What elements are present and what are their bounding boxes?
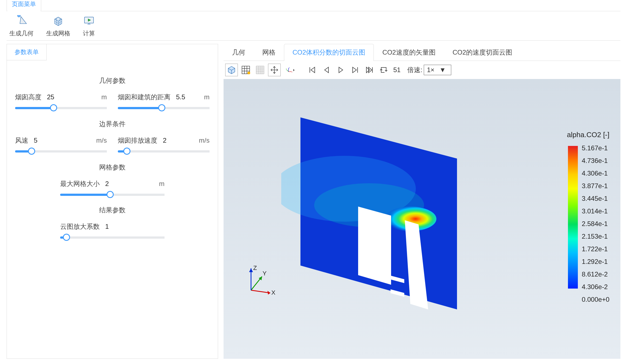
max-mesh-unit: m: [159, 180, 165, 188]
step-forward-icon[interactable]: [349, 64, 361, 76]
orientation-triad-icon: X Y Z: [243, 266, 276, 298]
legend-colorbar: [568, 146, 578, 289]
max-mesh-value: 2: [105, 180, 109, 188]
legend-tick: 3.877e-1: [582, 182, 609, 190]
svg-line-15: [251, 290, 270, 293]
legend-tick: 5.167e-1: [582, 144, 609, 152]
generate-geometry-button[interactable]: 生成几何: [9, 15, 34, 38]
svg-text:Y: Y: [263, 270, 267, 277]
calculate-button[interactable]: 计算: [83, 15, 95, 38]
tab-mesh[interactable]: 网格: [254, 44, 284, 61]
tab-co2-velocity-vector[interactable]: CO2速度的矢量图: [374, 44, 444, 61]
zoom-factor-label: 云图放大系数: [60, 222, 100, 231]
svg-text:x: x: [291, 71, 292, 73]
zoom-factor-slider[interactable]: [60, 234, 165, 240]
generate-mesh-button[interactable]: 生成网格: [46, 15, 70, 38]
chimney-height-value: 25: [47, 93, 54, 101]
svg-marker-22: [249, 268, 253, 272]
svg-text:z: z: [289, 67, 290, 69]
pan-icon[interactable]: [268, 64, 281, 76]
svg-text:Z: Z: [253, 266, 257, 271]
frame-number: 51: [392, 66, 402, 74]
step-back-icon[interactable]: [320, 64, 333, 76]
viewer-toolbar: xyz: [224, 61, 620, 79]
calculate-label: 计算: [83, 29, 95, 38]
scene-slice-plot: [281, 112, 479, 337]
chimney-height-label: 烟囱高度: [15, 93, 41, 101]
svg-text:X: X: [271, 289, 275, 296]
grid-light-icon[interactable]: [254, 64, 266, 76]
wind-speed-unit: m/s: [96, 137, 107, 144]
droplet-cone-icon: [15, 15, 27, 27]
legend-tick: 3.014e-1: [582, 207, 609, 215]
play-icon[interactable]: [335, 64, 347, 76]
legend-tick: 4.736e-1: [582, 157, 609, 165]
chimney-height-slider[interactable]: [15, 105, 107, 111]
legend-tick: 1.722e-1: [582, 245, 609, 253]
zoom-factor-value: 1: [105, 223, 109, 230]
speed-select[interactable]: 1× ▼: [424, 65, 451, 75]
go-first-icon[interactable]: [306, 64, 319, 76]
wind-speed-label: 风速: [15, 136, 28, 145]
top-tab-page-menu[interactable]: 页面菜单: [7, 0, 41, 11]
legend-tick: 0.000e+0: [582, 296, 609, 303]
legend-tick: 4.306e-1: [582, 170, 609, 177]
chimney-height-unit: m: [101, 93, 107, 101]
legend-tick: 3.445e-1: [582, 195, 609, 202]
emission-speed-label: 烟囱排放速度: [118, 136, 157, 145]
go-last-icon[interactable]: [363, 64, 376, 76]
section-mesh-params: 网格参数: [15, 163, 210, 172]
section-boundary-conditions: 边界条件: [15, 120, 210, 128]
legend-ticks: 5.167e-14.736e-14.306e-13.877e-13.445e-1…: [582, 144, 609, 303]
chevron-down-icon: ▼: [439, 66, 446, 74]
render-viewport[interactable]: X Y Z alpha.CO2 [-] 5.167e-14.736e-14.30…: [224, 79, 620, 359]
parameter-panel: 参数表单 几何参数 烟囱高度 25 m: [7, 44, 218, 359]
chimney-distance-slider[interactable]: [118, 105, 210, 111]
svg-point-2: [247, 72, 250, 74]
speed-value: 1×: [427, 66, 434, 74]
max-mesh-slider[interactable]: [60, 191, 165, 197]
section-result-params: 结果参数: [15, 206, 210, 215]
legend-tick: 2.153e-1: [582, 233, 609, 240]
loop-icon[interactable]: [377, 64, 390, 76]
axes-triad-icon[interactable]: xyz: [282, 64, 299, 76]
generate-mesh-label: 生成网格: [46, 29, 70, 38]
emission-speed-unit: m/s: [199, 137, 210, 144]
tab-parameter-form[interactable]: 参数表单: [7, 44, 47, 60]
tab-geometry[interactable]: 几何: [224, 44, 254, 61]
section-geometry-params: 几何参数: [15, 76, 210, 85]
max-mesh-label: 最大网格大小: [60, 179, 100, 188]
chimney-distance-unit: m: [204, 93, 210, 101]
wind-speed-slider[interactable]: [15, 148, 107, 154]
viewer-panel: 几何 网格 CO2体积分数的切面云图 CO2速度的矢量图 CO2的速度切面云图: [224, 44, 620, 359]
ribbon: 生成几何 生成网格 计算: [7, 11, 620, 41]
chimney-distance-value: 5.5: [176, 93, 185, 101]
generate-geometry-label: 生成几何: [9, 29, 34, 38]
speed-label: 倍速:: [407, 66, 422, 74]
legend-tick: 4.306e-2: [582, 283, 609, 291]
emission-speed-slider[interactable]: [118, 148, 210, 154]
tab-co2-fraction-slice[interactable]: CO2体积分数的切面云图: [284, 44, 374, 61]
mesh-cube-icon: [52, 15, 64, 27]
grid-strong-icon[interactable]: [239, 64, 252, 76]
chimney-distance-label: 烟囱和建筑的距离: [118, 93, 171, 101]
play-monitor-icon: [83, 15, 95, 27]
svg-line-5: [287, 70, 289, 72]
color-legend: 5.167e-14.736e-14.306e-13.877e-13.445e-1…: [568, 131, 609, 303]
emission-speed-value: 2: [163, 137, 166, 144]
svg-text:y: y: [286, 68, 287, 70]
legend-tick: 1.292e-1: [582, 258, 609, 266]
legend-tick: 2.584e-1: [582, 220, 609, 228]
wind-speed-value: 5: [34, 137, 37, 144]
tab-co2-speed-slice[interactable]: CO2的速度切面云图: [444, 44, 521, 61]
legend-tick: 8.612e-2: [582, 270, 609, 278]
view-cube-icon[interactable]: [225, 64, 238, 76]
svg-marker-16: [267, 291, 270, 295]
